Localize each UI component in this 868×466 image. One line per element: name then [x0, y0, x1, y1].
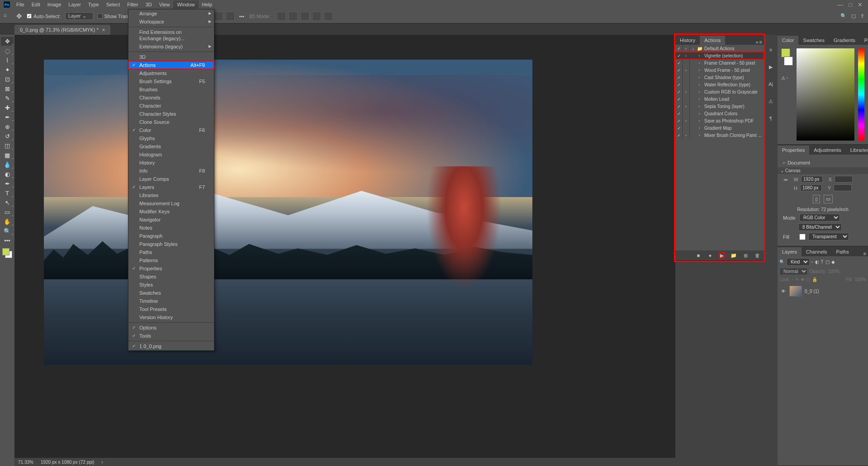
bg-color[interactable] [784, 56, 793, 66]
landscape-icon[interactable]: ▭ [824, 195, 833, 203]
menu-item-navigator[interactable]: Navigator [128, 216, 214, 224]
lasso-tool[interactable]: ⌇ [1, 56, 14, 65]
menu-edit[interactable]: Edit [28, 0, 44, 9]
brushes-icon[interactable]: ≡ [767, 46, 775, 54]
menu-item-arrange[interactable]: Arrange▶ [128, 9, 214, 18]
menu-item-layers[interactable]: ✓LayersF7 [128, 183, 214, 191]
canvas-area[interactable] [14, 35, 675, 466]
menu-item-layer-comps[interactable]: Layer Comps [128, 175, 214, 183]
menu-item-shapes[interactable]: Shapes [128, 273, 214, 281]
menu-select[interactable]: Select [103, 0, 124, 9]
tab-libraries[interactable]: Libraries [846, 146, 868, 155]
auto-select-mode[interactable]: Layer ⌄ [65, 12, 93, 20]
icon-3d[interactable] [324, 12, 333, 21]
tab-patterns[interactable]: Patterns [860, 36, 868, 45]
zoom-level[interactable]: 71.33% [18, 460, 33, 465]
menu-item-properties[interactable]: ✓Properties [128, 264, 214, 273]
filter-icon[interactable]: ▫ [811, 259, 813, 264]
layer-name[interactable]: 0_0 (1) [805, 289, 819, 294]
height-input[interactable] [800, 184, 822, 191]
menu-view[interactable]: View [156, 0, 174, 9]
menu-item-tool-presets[interactable]: Tool Presets [128, 305, 214, 313]
panel-menu-icon[interactable]: ≡ [862, 251, 868, 256]
record-icon[interactable]: ● [707, 252, 713, 259]
play-icon[interactable]: ▶ [719, 252, 725, 259]
panel-menu-icon[interactable]: ≡ [759, 39, 762, 45]
action-item[interactable]: ✓▫›Mixer Brush Cloning Paint ... [675, 132, 764, 139]
filter-icon[interactable]: ◐ [815, 259, 819, 264]
icon-3d[interactable] [289, 12, 298, 21]
menu-item-paths[interactable]: Paths [128, 248, 214, 256]
menu-item-channels[interactable]: Channels [128, 94, 214, 102]
crop-tool[interactable]: ⊡ [1, 75, 14, 84]
home-icon[interactable]: ⌂ [4, 12, 12, 20]
menu-window[interactable]: Window [173, 0, 198, 9]
edit-toolbar[interactable]: ••• [1, 236, 14, 245]
marquee-tool[interactable]: ◌ [1, 46, 14, 55]
tab-layers[interactable]: Layers [778, 247, 802, 256]
history-brush-tool[interactable]: ↺ [1, 132, 14, 141]
play-side-icon[interactable]: ▶ [767, 63, 775, 71]
lock-icon[interactable]: 🔒 [812, 277, 817, 282]
layer-filter[interactable]: Kind [787, 258, 810, 266]
menu-layer[interactable]: Layer [65, 0, 85, 9]
menu-item-extensions-legacy-[interactable]: Extensions (legacy)▶ [128, 42, 214, 51]
color-field[interactable] [797, 48, 854, 141]
wand-tool[interactable]: ✦ [1, 65, 14, 74]
action-item[interactable]: ✓›Cast Shadow (type) [675, 74, 764, 81]
menu-type[interactable]: Type [85, 0, 103, 9]
tab-swatches[interactable]: Swatches [798, 36, 829, 45]
menu-item-version-history[interactable]: Version History [128, 313, 214, 321]
gradient-tool[interactable]: ▦ [1, 151, 14, 160]
menu-item-character[interactable]: Character [128, 102, 214, 110]
menu-item-brushes[interactable]: Brushes [128, 85, 214, 94]
menu-item-gradients[interactable]: Gradients [128, 142, 214, 151]
menu-item-modifier-keys[interactable]: Modifier Keys [128, 207, 214, 216]
menu-item-styles[interactable]: Styles [128, 281, 214, 289]
collapse-icon[interactable]: » [755, 39, 758, 45]
share-icon[interactable]: ⇪ [860, 13, 864, 19]
filter-icon[interactable]: ◆ [831, 259, 835, 264]
minimize-icon[interactable]: — [837, 1, 843, 8]
eraser-tool[interactable]: ◫ [1, 141, 14, 150]
menu-item-workspace[interactable]: Workspace▶ [128, 18, 214, 26]
tab-gradients[interactable]: Gradients [829, 36, 860, 45]
tab-channels[interactable]: Channels [802, 247, 831, 256]
menu-filter[interactable]: Filter [123, 0, 142, 9]
hand-tool[interactable]: ✋ [1, 217, 14, 226]
stamp-tool[interactable]: ⊕ [1, 122, 14, 131]
visibility-icon[interactable]: 👁 [780, 289, 787, 294]
action-item[interactable]: ✓▫›Save as Photoshop PDF [675, 117, 764, 124]
close-icon[interactable]: ✕ [858, 1, 863, 8]
menu-item-color[interactable]: ✓ColorF6 [128, 126, 214, 134]
pen-tool[interactable]: ✒ [1, 179, 14, 188]
color-swatches[interactable] [2, 248, 12, 258]
move-tool-icon[interactable]: ✥ [16, 12, 22, 20]
canvas-section[interactable]: ⌄ Canvas [778, 167, 868, 174]
lock-icon[interactable]: ✥ [801, 277, 804, 282]
search-icon[interactable]: 🔍 [840, 13, 847, 19]
menu-item-notes[interactable]: Notes [128, 224, 214, 232]
menu-image[interactable]: Image [44, 0, 65, 9]
menu-item-options[interactable]: ✓Options [128, 324, 214, 332]
layer-row[interactable]: 👁 0_0 (1) [779, 284, 866, 298]
tab-color[interactable]: Color [778, 36, 798, 45]
blur-tool[interactable]: 💧 [1, 160, 14, 169]
action-item[interactable]: ✓▫›Vignette (selection) [675, 52, 764, 59]
menu-item-brush-settings[interactable]: Brush SettingsF5 [128, 77, 214, 85]
bits-select[interactable]: 8 Bits/Channel [798, 223, 842, 231]
frame-tool[interactable]: ⊠ [1, 84, 14, 93]
menu-help[interactable]: Help [199, 0, 216, 9]
y-input[interactable] [834, 184, 852, 191]
action-item[interactable]: ✓▫›Wood Frame - 50 pixel [675, 66, 764, 74]
hue-slider[interactable] [858, 48, 864, 141]
tab-properties[interactable]: Properties [778, 146, 809, 155]
menu-item-character-styles[interactable]: Character Styles [128, 110, 214, 118]
para-icon[interactable]: ¶ [767, 114, 775, 122]
align-icon[interactable] [226, 12, 235, 21]
action-item[interactable]: ✓▫›Sepia Toning (layer) [675, 103, 764, 110]
filter-icon[interactable]: ▢ [825, 259, 830, 264]
action-set-row[interactable]: ✓▫ ⌄📁 Default Actions [675, 45, 764, 52]
action-item[interactable]: ✓▫›Custom RGB to Grayscale [675, 88, 764, 95]
eyedropper-tool[interactable]: ✎ [1, 94, 14, 103]
